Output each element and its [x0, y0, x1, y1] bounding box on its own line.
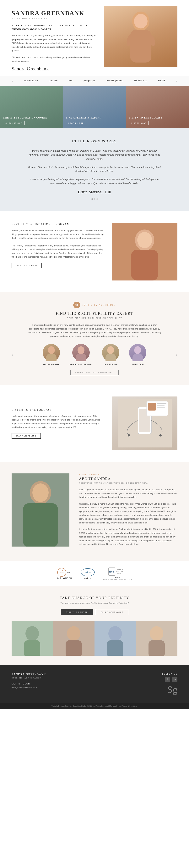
find-specialist-button[interactable]: FERTILITYNUITION CENTRE.ORG — [71, 370, 118, 375]
about-body-2: Nutritional therapy is more than just ea… — [79, 502, 178, 525]
social-icons: f in — [162, 677, 178, 682]
svg-point-2 — [134, 14, 147, 28]
card-2-title: Find a Fertility Expert — [66, 116, 101, 120]
testimonial-text-1: Before working with Sandra I was trying … — [27, 149, 162, 161]
svg-point-19 — [159, 434, 162, 436]
header-image — [104, 6, 178, 67]
site-subtitle: NUTRITIONAL THERAPIST — [11, 18, 97, 20]
nutrition-section: ❆ FERTILITY NUTRITION FIND THE RIGHT FER… — [0, 292, 189, 385]
about-body-1: With 12 years experience as a nutritiona… — [79, 488, 178, 499]
footer-right: FOLLOW ME f in Sg — [162, 673, 178, 695]
start-listening-button[interactable]: START LISTENING — [11, 433, 41, 439]
take-course-button[interactable]: TAKE THE COURSE — [11, 263, 42, 268]
cert-efs: EFS EUROPEAN FERTILITY SOCIETY EFS EUROP… — [103, 567, 132, 580]
bottom-photos — [11, 621, 178, 656]
header-left: SANDRA GREENBANK NUTRITIONAL THERAPIST N… — [11, 6, 97, 72]
dot-2[interactable] — [94, 198, 95, 200]
hero-photo — [104, 6, 178, 67]
footer-section: SANDRA GREENBANK NUTRITIONAL THERAPIST G… — [0, 665, 189, 703]
card-1-button[interactable]: CHECK IT OUT — [3, 121, 25, 125]
brands-bar: ‹ marieclaire dnalife ion jumprope Healt… — [0, 75, 189, 86]
expert-3-name: ALISON HALL — [102, 363, 119, 365]
svg-point-44 — [67, 626, 80, 641]
efs-logo: EFS EUROPEAN FERTILITY SOCIETY — [103, 567, 132, 576]
testimonial-dots — [19, 198, 170, 200]
nutrition-logo-icon: ❆ — [73, 302, 80, 308]
ivf-logo: IVF LONDON IVF — [57, 567, 72, 577]
podcast-body: Understand more about how you can take c… — [11, 414, 100, 429]
find-expert-body: I am currently not taking on any new cli… — [27, 323, 162, 338]
experts-next-arrow[interactable]: › — [176, 352, 178, 357]
svg-rect-8 — [46, 353, 56, 361]
about-label: ABOUT SANDRA — [79, 473, 178, 475]
copyright-text: Website Designed by Sally Sage Web Studi… — [52, 705, 137, 707]
dot-1[interactable] — [91, 198, 93, 200]
testimonial-author: Britta Marshall Hill — [19, 189, 170, 194]
expert-3-avatar — [102, 344, 119, 361]
svg-point-47 — [108, 626, 122, 641]
footer-email[interactable]: hello@sandragreenbank.co.uk — [11, 686, 46, 688]
about-credentials: REGISTERED NUTRITIONAL THERAPIST FESC, D… — [79, 482, 178, 484]
bottom-photo-3 — [94, 621, 136, 656]
svg-text:IVF: IVF — [67, 571, 70, 573]
nutrition-logo: ❆ FERTILITY NUTRITION — [11, 302, 178, 308]
svg-text:EFS: EFS — [109, 570, 114, 573]
footer-bottom: Website Designed by Sally Sage Web Studi… — [0, 703, 189, 709]
svg-rect-45 — [65, 640, 82, 656]
dot-3[interactable] — [97, 198, 98, 200]
svg-rect-27 — [23, 503, 58, 547]
cert-eshre: eshre eshre — [80, 567, 96, 580]
header-tagline: NUTRITIONAL THERAPY CAN HELP YOU REACH Y… — [11, 24, 97, 31]
expert-1: VICTORIA SMITH — [38, 344, 65, 365]
bottom-photo-4 — [136, 621, 178, 656]
testimonial-section: IN THEIR OWN WORDS Before working with S… — [0, 128, 189, 211]
header-body-2: I'd love to teach you how to do this sim… — [11, 56, 97, 63]
take-course-button-2[interactable]: TAKE THE COURSE — [61, 609, 93, 615]
card-2-image: Find a Fertility Expert LEARN MORE — [63, 86, 126, 128]
foundations-body-1: Even if you have a specific health condi… — [11, 229, 104, 240]
svg-text:IVF: IVF — [60, 570, 63, 571]
footer-signature: Sg — [162, 684, 178, 695]
cert-3-text: EFS — [103, 576, 132, 579]
svg-point-6 — [137, 232, 152, 248]
svg-point-13 — [134, 346, 141, 354]
expert-1-avatar — [43, 344, 60, 361]
about-section: ABOUT SANDRA ABOUT SANDRA REGISTERED NUT… — [0, 462, 189, 561]
foundations-body-2: The Fertility Foundations Program™ is my… — [11, 244, 104, 259]
svg-rect-24 — [157, 407, 165, 408]
brand-3: ion — [69, 79, 73, 82]
svg-text:eshre: eshre — [85, 571, 91, 574]
card-3-button[interactable]: LISTEN NOW — [129, 121, 148, 125]
svg-rect-51 — [148, 640, 165, 656]
svg-rect-23 — [157, 405, 164, 406]
svg-rect-12 — [106, 353, 116, 361]
card-3: Listen to the Podcast LISTEN NOW — [126, 86, 189, 128]
take-charge-section: TAKE CHARGE OF YOUR FERTILITY You have m… — [0, 586, 189, 665]
brand-4: jumprope — [83, 79, 96, 82]
svg-point-7 — [48, 346, 55, 354]
facebook-icon[interactable]: f — [165, 677, 170, 682]
svg-rect-42 — [24, 640, 40, 656]
card-2-button[interactable]: LEARN MORE — [66, 121, 86, 125]
card-2: Find a Fertility Expert LEARN MORE — [63, 86, 126, 128]
take-charge-title: TAKE CHARGE OF YOUR FERTILITY — [11, 596, 178, 600]
brands-prev-arrow[interactable]: ‹ — [11, 79, 13, 83]
svg-text:SOCIETY: SOCIETY — [117, 573, 123, 574]
expert-4-name: RICNA PURI — [129, 363, 146, 365]
follow-me-label: FOLLOW ME — [162, 673, 178, 675]
find-specialist-button-2[interactable]: FIND A SPECIALIST — [96, 609, 128, 615]
svg-point-9 — [78, 346, 84, 354]
foundations-left: FERTILITY FOUNDATIONS PROGRAM Even if yo… — [11, 223, 104, 268]
take-charge-buttons: TAKE THE COURSE FIND A SPECIALIST — [11, 609, 178, 615]
about-right: ABOUT SANDRA ABOUT SANDRA REGISTERED NUT… — [79, 473, 178, 549]
svg-point-18 — [128, 434, 130, 436]
foundations-image — [112, 223, 178, 280]
instagram-icon[interactable]: in — [172, 677, 178, 682]
testimonial-text-3: I was so lucky to find myself with a pos… — [27, 177, 162, 186]
about-image — [11, 473, 70, 547]
brands-next-arrow[interactable]: › — [176, 79, 178, 83]
cards-section: Fertility Foundation Course CHECK IT OUT… — [0, 86, 189, 128]
card-1-image: Fertility Foundation Course CHECK IT OUT — [0, 86, 63, 128]
experts-prev-arrow[interactable]: ‹ — [11, 352, 13, 357]
about-body-3: I studied for four years at the Institut… — [79, 527, 178, 546]
